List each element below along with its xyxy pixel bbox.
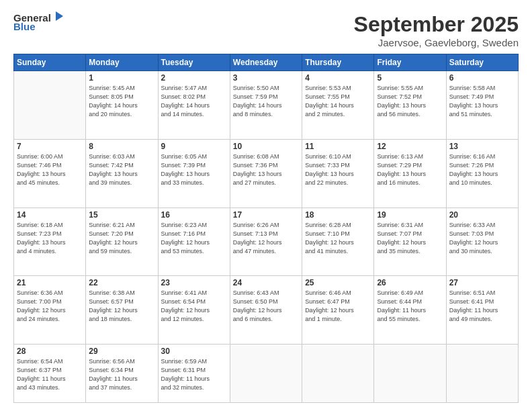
week-row-1: 1Sunrise: 5:45 AM Sunset: 8:05 PM Daylig…: [14, 71, 519, 140]
day-info: Sunrise: 6:31 AM Sunset: 7:07 PM Dayligh…: [377, 221, 443, 256]
weekday-header-row: SundayMondayTuesdayWednesdayThursdayFrid…: [14, 54, 519, 71]
day-info: Sunrise: 5:53 AM Sunset: 7:55 PM Dayligh…: [305, 84, 371, 119]
day-number: 8: [89, 142, 154, 151]
day-info: Sunrise: 6:03 AM Sunset: 7:42 PM Dayligh…: [89, 152, 154, 187]
week-row-2: 7Sunrise: 6:00 AM Sunset: 7:46 PM Daylig…: [14, 139, 519, 208]
day-info: Sunrise: 6:08 AM Sunset: 7:36 PM Dayligh…: [233, 152, 299, 187]
day-number: 25: [305, 278, 371, 287]
calendar-cell: 29Sunrise: 6:56 AM Sunset: 6:34 PM Dayli…: [86, 345, 158, 403]
week-row-5: 28Sunrise: 6:54 AM Sunset: 6:37 PM Dayli…: [14, 345, 519, 403]
calendar-cell: 13Sunrise: 6:16 AM Sunset: 7:26 PM Dayli…: [446, 139, 518, 208]
day-number: 21: [17, 278, 83, 287]
calendar-cell: 7Sunrise: 6:00 AM Sunset: 7:46 PM Daylig…: [14, 139, 86, 208]
svg-marker-0: [56, 11, 63, 21]
day-number: 12: [377, 142, 443, 151]
day-number: 22: [89, 278, 154, 287]
calendar-cell: 6Sunrise: 5:58 AM Sunset: 7:49 PM Daylig…: [446, 71, 518, 140]
calendar-cell: 14Sunrise: 6:18 AM Sunset: 7:23 PM Dayli…: [14, 208, 86, 276]
calendar-cell: 4Sunrise: 5:53 AM Sunset: 7:55 PM Daylig…: [302, 71, 374, 140]
week-row-4: 21Sunrise: 6:36 AM Sunset: 7:00 PM Dayli…: [14, 276, 519, 345]
day-info: Sunrise: 6:16 AM Sunset: 7:26 PM Dayligh…: [449, 152, 515, 187]
day-info: Sunrise: 6:49 AM Sunset: 6:44 PM Dayligh…: [377, 289, 443, 324]
day-info: Sunrise: 6:41 AM Sunset: 6:54 PM Dayligh…: [161, 289, 227, 324]
weekday-header-sunday: Sunday: [14, 54, 86, 71]
day-number: 10: [233, 142, 299, 151]
day-number: 30: [161, 347, 227, 356]
day-info: Sunrise: 6:59 AM Sunset: 6:31 PM Dayligh…: [161, 357, 227, 392]
calendar-cell: [302, 345, 374, 403]
day-number: 1: [89, 73, 154, 83]
day-info: Sunrise: 6:05 AM Sunset: 7:39 PM Dayligh…: [161, 152, 227, 187]
calendar-cell: 20Sunrise: 6:33 AM Sunset: 7:03 PM Dayli…: [446, 208, 518, 276]
weekday-header-friday: Friday: [374, 54, 446, 71]
day-number: 23: [161, 278, 227, 287]
day-number: 11: [305, 142, 371, 151]
page: General Blue September 2025 Jaervsoe, Ga…: [0, 0, 532, 411]
location-title: Jaervsoe, Gaevleborg, Sweden: [354, 37, 519, 48]
calendar-cell: 16Sunrise: 6:23 AM Sunset: 7:16 PM Dayli…: [158, 208, 230, 276]
day-info: Sunrise: 6:43 AM Sunset: 6:50 PM Dayligh…: [233, 289, 299, 324]
calendar-cell: 17Sunrise: 6:26 AM Sunset: 7:13 PM Dayli…: [230, 208, 302, 276]
calendar-cell: 26Sunrise: 6:49 AM Sunset: 6:44 PM Dayli…: [374, 276, 446, 345]
calendar-cell: 24Sunrise: 6:43 AM Sunset: 6:50 PM Dayli…: [230, 276, 302, 345]
day-info: Sunrise: 6:46 AM Sunset: 6:47 PM Dayligh…: [305, 289, 371, 324]
day-number: 28: [17, 347, 83, 356]
day-info: Sunrise: 6:10 AM Sunset: 7:33 PM Dayligh…: [305, 152, 371, 187]
weekday-header-saturday: Saturday: [446, 54, 518, 71]
calendar-cell: 3Sunrise: 5:50 AM Sunset: 7:59 PM Daylig…: [230, 71, 302, 140]
logo: General Blue: [13, 12, 64, 32]
calendar-cell: [230, 345, 302, 403]
logo-blue-text: Blue: [13, 21, 36, 32]
calendar-cell: 19Sunrise: 6:31 AM Sunset: 7:07 PM Dayli…: [374, 208, 446, 276]
day-number: 19: [377, 210, 443, 220]
day-number: 6: [449, 73, 515, 83]
calendar-cell: [14, 71, 86, 140]
day-number: 3: [233, 73, 299, 83]
day-number: 2: [161, 73, 227, 83]
day-number: 17: [233, 210, 299, 220]
day-number: 16: [161, 210, 227, 220]
day-number: 18: [305, 210, 371, 220]
calendar-cell: 22Sunrise: 6:38 AM Sunset: 6:57 PM Dayli…: [86, 276, 158, 345]
weekday-header-thursday: Thursday: [302, 54, 374, 71]
day-number: 24: [233, 278, 299, 287]
weekday-header-wednesday: Wednesday: [230, 54, 302, 71]
calendar-cell: 18Sunrise: 6:28 AM Sunset: 7:10 PM Dayli…: [302, 208, 374, 276]
day-info: Sunrise: 6:13 AM Sunset: 7:29 PM Dayligh…: [377, 152, 443, 187]
day-info: Sunrise: 6:21 AM Sunset: 7:20 PM Dayligh…: [89, 221, 154, 256]
calendar-cell: 23Sunrise: 6:41 AM Sunset: 6:54 PM Dayli…: [158, 276, 230, 345]
weekday-header-monday: Monday: [86, 54, 158, 71]
calendar-cell: 12Sunrise: 6:13 AM Sunset: 7:29 PM Dayli…: [374, 139, 446, 208]
day-info: Sunrise: 6:54 AM Sunset: 6:37 PM Dayligh…: [17, 357, 83, 392]
day-info: Sunrise: 6:38 AM Sunset: 6:57 PM Dayligh…: [89, 289, 154, 324]
calendar-cell: 28Sunrise: 6:54 AM Sunset: 6:37 PM Dayli…: [14, 345, 86, 403]
day-number: 29: [89, 347, 154, 356]
header: General Blue September 2025 Jaervsoe, Ga…: [13, 12, 519, 48]
day-info: Sunrise: 5:47 AM Sunset: 8:02 PM Dayligh…: [161, 84, 227, 119]
calendar-cell: 27Sunrise: 6:51 AM Sunset: 6:41 PM Dayli…: [446, 276, 518, 345]
week-row-3: 14Sunrise: 6:18 AM Sunset: 7:23 PM Dayli…: [14, 208, 519, 276]
day-info: Sunrise: 6:56 AM Sunset: 6:34 PM Dayligh…: [89, 357, 154, 392]
day-info: Sunrise: 6:23 AM Sunset: 7:16 PM Dayligh…: [161, 221, 227, 256]
day-number: 5: [377, 73, 443, 83]
day-info: Sunrise: 6:00 AM Sunset: 7:46 PM Dayligh…: [17, 152, 83, 187]
title-block: September 2025 Jaervsoe, Gaevleborg, Swe…: [354, 12, 519, 48]
day-number: 26: [377, 278, 443, 287]
day-number: 27: [449, 278, 515, 287]
day-number: 20: [449, 210, 515, 220]
day-number: 15: [89, 210, 154, 220]
day-info: Sunrise: 6:33 AM Sunset: 7:03 PM Dayligh…: [449, 221, 515, 256]
day-number: 7: [17, 142, 83, 151]
calendar: SundayMondayTuesdayWednesdayThursdayFrid…: [13, 54, 519, 403]
calendar-cell: 9Sunrise: 6:05 AM Sunset: 7:39 PM Daylig…: [158, 139, 230, 208]
day-info: Sunrise: 6:51 AM Sunset: 6:41 PM Dayligh…: [449, 289, 515, 324]
day-number: 14: [17, 210, 83, 220]
calendar-cell: 2Sunrise: 5:47 AM Sunset: 8:02 PM Daylig…: [158, 71, 230, 140]
calendar-cell: 11Sunrise: 6:10 AM Sunset: 7:33 PM Dayli…: [302, 139, 374, 208]
day-number: 9: [161, 142, 227, 151]
weekday-header-tuesday: Tuesday: [158, 54, 230, 71]
day-info: Sunrise: 6:36 AM Sunset: 7:00 PM Dayligh…: [17, 289, 83, 324]
calendar-cell: 1Sunrise: 5:45 AM Sunset: 8:05 PM Daylig…: [86, 71, 158, 140]
day-info: Sunrise: 6:28 AM Sunset: 7:10 PM Dayligh…: [305, 221, 371, 256]
calendar-cell: 25Sunrise: 6:46 AM Sunset: 6:47 PM Dayli…: [302, 276, 374, 345]
